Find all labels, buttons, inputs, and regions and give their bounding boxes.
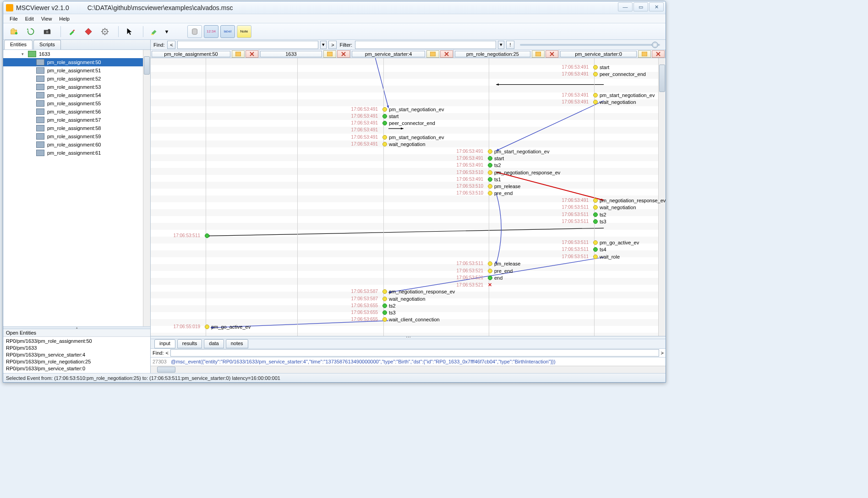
column-collapse-button[interactable] xyxy=(638,50,651,58)
event[interactable]: 17:06:53:521pre_end xyxy=(454,267,513,274)
event[interactable]: 17:06:53:510pm_release xyxy=(454,183,520,189)
column-name[interactable]: pm_service_starter:4 xyxy=(352,51,425,57)
tree-item[interactable]: pm_role_assignment:51 xyxy=(3,66,150,75)
open-entities-list[interactable]: RP0/pm/1633/pm_role_assignment:50RP0/pm/… xyxy=(3,337,150,373)
tree-scrollbar[interactable] xyxy=(143,50,150,326)
event[interactable]: 17:06:53:491pm_start_negotiation_ev xyxy=(559,92,655,98)
event[interactable]: 17:06:53:510pm_negotiation_response_ev xyxy=(454,169,560,176)
event[interactable]: 17:06:53:587wait_negotiation xyxy=(349,295,426,302)
tool-refresh[interactable] xyxy=(23,25,38,38)
event[interactable]: 17:06:53:655ts2 xyxy=(349,302,396,309)
open-entity-item[interactable]: RP0/pm/1633/pm_service_starter:4 xyxy=(6,352,147,358)
open-entity-item[interactable]: RP0/pm/1633/pm_service_starter:0 xyxy=(6,365,147,372)
tab-scripts[interactable]: Scripts xyxy=(33,40,61,49)
slider-knob[interactable] xyxy=(652,42,658,48)
tree-item[interactable]: pm_role_assignment:50 xyxy=(3,58,150,66)
bfind-next[interactable]: > xyxy=(661,350,664,356)
tool-camera[interactable] xyxy=(40,25,55,38)
event[interactable]: 17:06:53:491peer_connector_end xyxy=(349,119,435,126)
bottom-hscroll[interactable] xyxy=(151,366,666,373)
open-entity-item[interactable]: RP0/pm/1633 xyxy=(6,345,147,352)
tree-item[interactable]: pm_role_assignment:54 xyxy=(3,91,150,99)
event[interactable]: 17:06:53:491ts1 xyxy=(454,176,501,183)
menu-file[interactable]: File xyxy=(6,15,22,22)
close-button[interactable]: ✕ xyxy=(649,2,664,11)
btab-data[interactable]: data xyxy=(204,339,224,348)
event[interactable]: 17:06:53:491start xyxy=(559,64,609,70)
column-name[interactable]: pm_service_starter:0 xyxy=(560,51,637,57)
find-next-button[interactable]: > xyxy=(328,41,337,49)
column-close-button[interactable] xyxy=(440,50,453,58)
maximize-button[interactable]: ▭ xyxy=(633,2,648,11)
tree-item[interactable]: pm_role_assignment:55 xyxy=(3,99,150,108)
event[interactable]: 17:06:53:510pre_end xyxy=(454,189,513,196)
tree-item[interactable]: pm_role_assignment:60 xyxy=(3,141,150,149)
column-collapse-button[interactable] xyxy=(426,50,439,58)
column-close-button[interactable] xyxy=(652,50,665,58)
event[interactable]: 17:06:53:511ts3 xyxy=(559,218,606,225)
tool-dropdown[interactable]: ▼ xyxy=(164,25,170,38)
open-entity-item[interactable]: RP0/pm/1633/pm_role_negotiation:25 xyxy=(6,358,147,365)
tool-cursor[interactable] xyxy=(122,25,137,38)
open-entity-item[interactable]: RP0/pm/1633/pm_role_assignment:50 xyxy=(6,338,147,345)
scrollbar-thumb[interactable] xyxy=(144,56,150,75)
code-line[interactable]: 27303 @msc_event({"entity":"RP0/1633/163… xyxy=(151,357,666,366)
column-collapse-button[interactable] xyxy=(232,50,245,58)
tree-item[interactable]: pm_role_assignment:58 xyxy=(3,124,150,132)
tool-settings[interactable] xyxy=(98,25,112,38)
tree-item[interactable]: pm_role_assignment:53 xyxy=(3,83,150,91)
event[interactable]: 17:06:53:491ts2 xyxy=(454,162,501,168)
tree-item[interactable]: pm_role_assignment:57 xyxy=(3,116,150,124)
find-input[interactable] xyxy=(177,41,318,49)
event[interactable]: 17:06:53:511wait_negotiation xyxy=(559,204,636,211)
event[interactable]: 17:06:53:511pm_go_active_ev xyxy=(559,239,639,246)
find-prev-button[interactable]: < xyxy=(167,41,175,49)
bfind-prev[interactable]: < xyxy=(165,350,168,356)
column-collapse-button[interactable] xyxy=(323,50,336,58)
tree-item[interactable]: pm_role_assignment:56 xyxy=(3,108,150,116)
tree-item[interactable]: pm_role_assignment:59 xyxy=(3,132,150,141)
menu-help[interactable]: Help xyxy=(55,15,73,22)
bfind-input[interactable] xyxy=(170,349,659,357)
diagram-viewport[interactable]: 17:06:53:491start17:06:53:491peer_connec… xyxy=(151,58,666,336)
tool-red-diamond[interactable] xyxy=(81,25,96,38)
zoom-slider[interactable] xyxy=(520,44,660,46)
tool-open[interactable] xyxy=(7,25,22,38)
filter-input[interactable] xyxy=(355,41,496,49)
scrollbar-thumb[interactable] xyxy=(659,65,665,92)
event[interactable]: 17:06:53:511pm_release xyxy=(454,260,520,267)
event[interactable]: 17:06:53:521✕ xyxy=(454,281,494,288)
event[interactable]: 17:06:55:019pm_go_active_ev xyxy=(171,323,251,330)
event[interactable]: 17:06:53:511ts2 xyxy=(559,211,606,218)
tool-labels[interactable]: label xyxy=(220,25,235,38)
tool-timestamps[interactable]: 12:34 xyxy=(204,25,218,38)
event[interactable]: 17:06:53:491pm_start_negotiation_ev xyxy=(454,148,549,155)
event[interactable]: 17:06:53:491peer_connector_end xyxy=(559,70,646,77)
event[interactable]: 17:06:53:491wait_negotiation xyxy=(559,98,636,105)
btab-input[interactable]: input xyxy=(154,339,175,348)
event[interactable]: 17:06:53:491start xyxy=(349,113,399,119)
btab-results[interactable]: results xyxy=(177,339,202,348)
tab-entities[interactable]: Entities xyxy=(4,40,33,49)
event[interactable]: 17:06:53:511wait_role xyxy=(559,253,620,260)
tree-item[interactable]: pm_role_assignment:61 xyxy=(3,149,150,157)
column-close-button[interactable] xyxy=(246,50,258,58)
event[interactable]: 17:06:53:491start xyxy=(454,155,504,162)
event[interactable]: 17:06:53:491pm_start_negotiation_ev xyxy=(349,134,444,141)
menu-view[interactable]: View xyxy=(38,15,56,22)
menu-edit[interactable]: Edit xyxy=(22,15,38,22)
tool-database[interactable] xyxy=(187,25,202,38)
column-collapse-button[interactable] xyxy=(532,50,545,58)
event[interactable]: 17:06:53:491pm_negotiation_response_ev xyxy=(559,197,666,204)
filter-dropdown[interactable]: ▾ xyxy=(498,41,504,49)
btab-notes[interactable]: notes xyxy=(226,339,248,348)
entity-tree[interactable]: ▾1633pm_role_assignment:50pm_role_assign… xyxy=(3,50,150,326)
tree-item[interactable]: pm_role_assignment:52 xyxy=(3,75,150,83)
tool-notes[interactable]: Note xyxy=(237,25,251,38)
event[interactable]: 17:06:53:491 xyxy=(349,126,389,133)
tool-highlighter[interactable] xyxy=(147,25,162,38)
column-name[interactable]: pm_role_negotiation:25 xyxy=(455,51,530,57)
filter-invert-button[interactable]: ! xyxy=(506,41,514,49)
event[interactable]: 17:06:53:491pm_start_negotiation_ev xyxy=(349,106,444,113)
hscroll-thumb[interactable] xyxy=(157,367,175,373)
